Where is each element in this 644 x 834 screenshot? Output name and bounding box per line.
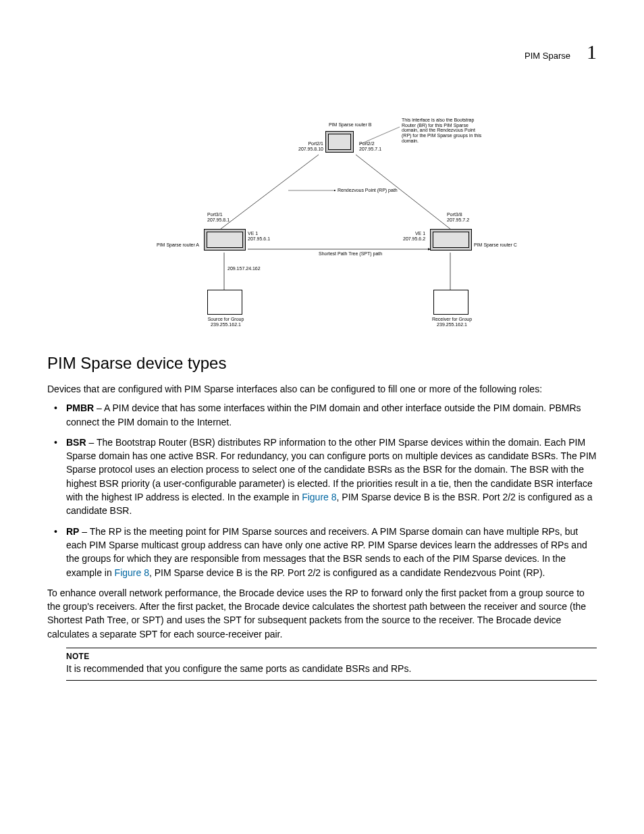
source-box xyxy=(207,290,242,315)
label-router-c: PIM Sparse router C xyxy=(474,242,517,248)
chapter-number: 1 xyxy=(587,41,597,63)
bullet-pmbr: PMBR – A PIM device that has some interf… xyxy=(47,401,597,429)
term-pmbr: PMBR xyxy=(66,402,94,413)
note-text: It is recommended that you configure the… xyxy=(66,662,597,676)
link-figure8-bsr[interactable]: Figure 8 xyxy=(302,492,336,502)
term-bsr: BSR xyxy=(66,437,86,448)
pim-sparse-diagram: This interface is also the Bootstrap Rou… xyxy=(133,118,511,334)
label-ve1-left: VE 1 207.95.6.1 xyxy=(248,231,270,241)
label-src-ip: 209.157.24.162 xyxy=(227,266,261,271)
receiver-box xyxy=(433,290,468,315)
label-ve1-right: VE 1 207.95.6.2 xyxy=(403,231,425,241)
label-port38: Port3/8 207.95.7.2 xyxy=(447,212,469,222)
router-b-box xyxy=(325,131,354,153)
label-port22: Port2/2 207.95.7.1 xyxy=(359,141,381,151)
label-rp-path: Rendezvous Point (RP) path xyxy=(338,188,398,193)
label-port21: Port2/1 207.95.8.10 xyxy=(298,141,323,151)
bullet-bsr: BSR – The Bootstrap Router (BSR) distrib… xyxy=(47,436,597,518)
text-rp-2: , PIM Sparse device B is the RP. Port 2/… xyxy=(149,567,545,578)
label-spt-path: Shortest Path Tree (SPT) path xyxy=(319,251,382,257)
header-section: PIM Sparse xyxy=(525,51,570,61)
router-c-box xyxy=(430,229,472,251)
svg-line-0 xyxy=(221,155,319,229)
term-rp: RP xyxy=(66,526,79,537)
note-title: NOTE xyxy=(66,651,597,662)
diagram-caption: This interface is also the Bootstrap Rou… xyxy=(402,118,483,143)
label-port31: Port3/1 207.95.8.1 xyxy=(207,212,230,222)
label-router-a: PIM Sparse router A xyxy=(157,242,199,248)
section-heading: PIM Sparse device types xyxy=(47,354,597,373)
label-source: Source for Group 239.255.162.1 xyxy=(207,317,244,327)
text-pmbr: – A PIM device that has some interfaces … xyxy=(66,402,581,427)
note-box: NOTE It is recommended that you configur… xyxy=(66,648,597,681)
bullet-rp: RP – The RP is the meeting point for PIM… xyxy=(47,525,597,579)
performance-paragraph: To enhance overall network performance, … xyxy=(47,586,597,641)
page-header: PIM Sparse 1 xyxy=(47,41,597,63)
link-figure8-rp[interactable]: Figure 8 xyxy=(115,567,149,578)
label-receiver: Receiver for Group 239.255.162.1 xyxy=(430,317,474,327)
intro-paragraph: Devices that are configured with PIM Spa… xyxy=(47,382,597,396)
router-a-box xyxy=(204,229,246,251)
label-router-b: PIM Sparse router B xyxy=(329,122,371,128)
